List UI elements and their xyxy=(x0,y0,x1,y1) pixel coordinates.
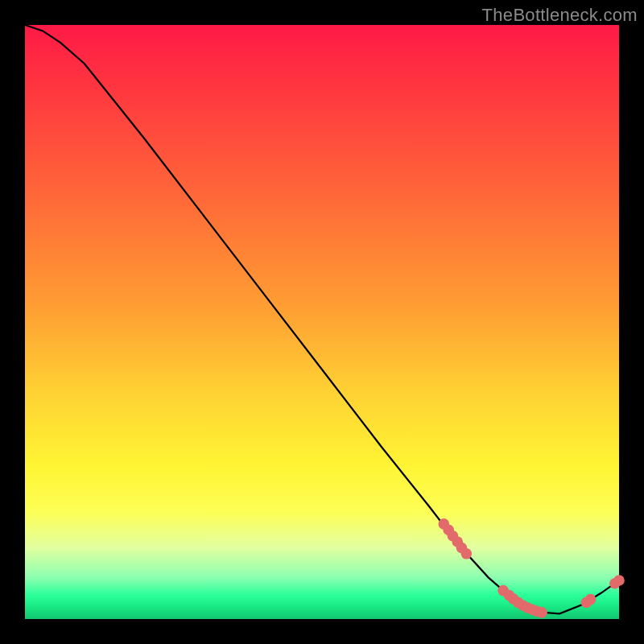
marker-group xyxy=(438,518,624,618)
chart-stage: TheBottleneck.com xyxy=(0,0,644,644)
plot-area xyxy=(25,25,619,619)
bottleneck-curve xyxy=(25,25,619,613)
data-point xyxy=(461,548,473,559)
data-point xyxy=(585,594,597,605)
watermark-text: TheBottleneck.com xyxy=(482,5,638,26)
data-point xyxy=(613,575,625,586)
chart-svg xyxy=(25,25,619,619)
data-point xyxy=(536,607,547,618)
